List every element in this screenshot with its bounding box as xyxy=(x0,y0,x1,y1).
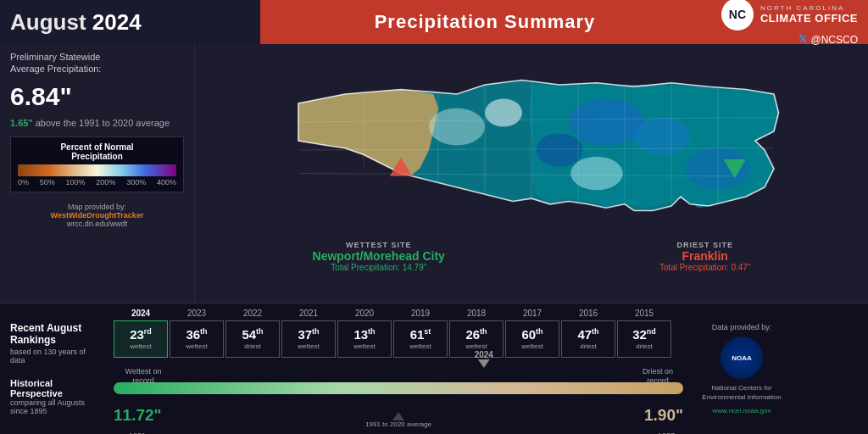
triangle-up-avg xyxy=(392,412,404,420)
wettest-val: 11.72" xyxy=(114,406,162,425)
rankings-title: Recent August Rankings xyxy=(10,322,100,346)
driest-end: Driest on record xyxy=(632,367,683,386)
rankings-subtitle: based on 130 years of data xyxy=(10,348,100,364)
rank-cell-2024: 23rdwettest xyxy=(114,320,168,358)
map-credit: Map provided by: WestWideDroughtTracker … xyxy=(10,203,184,228)
svg-point-0 xyxy=(569,99,643,146)
triangle-down-2024 xyxy=(478,359,490,368)
svg-point-5 xyxy=(485,99,522,127)
above-avg-text: 1.65" above the 1991 to 2020 average xyxy=(10,118,184,128)
nc-map xyxy=(198,47,865,234)
left-panel: Preliminary Statewide Average Precipitat… xyxy=(0,44,195,303)
year-header-row: 2024202320222021202020192018201720162015 xyxy=(114,309,683,318)
wettest-end: Wettest on record xyxy=(114,367,173,386)
svg-point-1 xyxy=(634,118,690,155)
above-label: above the 1991 to 2020 average xyxy=(36,118,170,128)
rank-cell-2019: 61stwettest xyxy=(393,320,448,358)
wettest-name: Newport/Morehead City xyxy=(313,249,445,263)
ncei-text: National Centers for Environmental Infor… xyxy=(702,384,781,402)
driest-site: DRIEST SITE Franklin Total Precipitation… xyxy=(659,241,751,272)
header: August 2024 Precipitation Summary NC NOR… xyxy=(0,0,868,44)
bottom-section: Recent August Rankings based on 130 year… xyxy=(0,303,868,434)
wettest-label: WETTEST SITE xyxy=(313,241,445,249)
svg-point-2 xyxy=(537,133,583,167)
wettest-site: WETTEST SITE Newport/Morehead City Total… xyxy=(313,241,445,272)
hist-track xyxy=(114,382,683,394)
year-cell-2022: 2022 xyxy=(225,309,280,318)
avg-precip-value: 6.84" xyxy=(10,82,184,111)
rank-cell-2020: 13thwettest xyxy=(337,320,392,358)
historical-bar-area: Wettest on record 11.72" 1901 2024 1991 … xyxy=(114,367,683,431)
svg-point-6 xyxy=(570,157,623,191)
rank-cell-2021: 37thwettest xyxy=(281,320,336,358)
historical-title: Historical Perspective xyxy=(10,378,100,398)
year-cell-2023: 2023 xyxy=(170,309,224,318)
nc-logo-icon: NC xyxy=(721,0,754,31)
year-cell-2017: 2017 xyxy=(505,309,559,318)
rank-cell-2017: 60thwettest xyxy=(505,320,559,358)
nc-map-svg xyxy=(198,47,865,234)
year-cell-2015: 2015 xyxy=(617,309,671,318)
year-cell-2018: 2018 xyxy=(449,309,504,318)
svg-point-4 xyxy=(429,108,485,146)
header-left: August 2024 xyxy=(10,9,281,36)
month-label: August xyxy=(10,9,86,35)
right-info: Data provided by: NOAA National Centers … xyxy=(687,303,797,434)
year-cell-2019: 2019 xyxy=(393,309,448,318)
wettest-precip: Total Precipitation: 14.79" xyxy=(313,263,445,272)
precip-summary-title: Precipitation Summary xyxy=(375,11,596,33)
ncei-url: www.ncei.noaa.gov xyxy=(713,407,771,415)
data-provided-label: Data provided by: xyxy=(712,323,772,331)
nc-logo-text-block: NORTH CAROLINA CLIMATE OFFICE xyxy=(760,4,858,25)
year-cell-2020: 2020 xyxy=(337,309,392,318)
hist-bar: Wettest on record 11.72" 1901 2024 1991 … xyxy=(114,367,683,409)
marker-avg: 1991 to 2020 average xyxy=(365,412,431,428)
rank-cell-2022: 54thdriest xyxy=(225,320,280,358)
wettest-on-record-label: Wettest on record xyxy=(114,367,173,386)
rank-cell-2023: 36thwettest xyxy=(170,320,224,358)
driest-name: Franklin xyxy=(659,249,751,263)
year-cell-2016: 2016 xyxy=(561,309,615,318)
driest-on-record-label: Driest on record xyxy=(632,367,683,386)
year-cell-2024: 2024 xyxy=(114,309,168,318)
legend-title: Percent of Normal Precipitation xyxy=(18,142,176,161)
nc-logo: NC NORTH CAROLINA CLIMATE OFFICE xyxy=(721,0,858,31)
header-center: Precipitation Summary xyxy=(281,11,688,33)
sites-info: WETTEST SITE Newport/Morehead City Total… xyxy=(198,237,865,275)
driest-precip: Total Precipitation: 0.47" xyxy=(659,263,751,272)
rank-cell-2016: 47thdriest xyxy=(561,320,615,358)
above-value: 1.65" xyxy=(10,118,33,128)
driest-val: 1.90" xyxy=(644,406,683,425)
map-area: WETTEST SITE Newport/Morehead City Total… xyxy=(195,44,868,303)
marker-2024: 2024 xyxy=(475,350,493,368)
header-title: August 2024 xyxy=(10,9,142,36)
driest-label: DRIEST SITE xyxy=(659,241,751,249)
map-url: wrcc.dri.edu/wwdt xyxy=(10,220,184,228)
noaa-logo: NOAA xyxy=(721,337,763,379)
main-content: Preliminary Statewide Average Precipitat… xyxy=(0,44,868,303)
year-cell-2021: 2021 xyxy=(281,309,336,318)
header-right: NC NORTH CAROLINA CLIMATE OFFICE 𝕏 @NCSC… xyxy=(688,0,858,46)
historical-subtitle: comparing all Augusts since 1895 xyxy=(10,398,100,415)
avg-precip-label: Preliminary Statewide Average Precipitat… xyxy=(10,51,184,75)
legend-box: Percent of Normal Precipitation 0% 50% 1… xyxy=(10,136,184,192)
rank-cell-2015: 32nddriest xyxy=(617,320,671,358)
year-label: 2024 xyxy=(92,9,142,35)
legend-labels: 0% 50% 100% 200% 300% 400% xyxy=(18,178,176,186)
rank-cells-row: 23rdwettest36thwettest54thdriest37thwett… xyxy=(114,320,683,358)
rankings-left: Recent August Rankings based on 130 year… xyxy=(0,303,110,434)
wwd-link: WestWideDroughtTracker xyxy=(10,211,184,220)
legend-gradient xyxy=(18,164,176,176)
rankings-table-area: 2024202320222021202020192018201720162015… xyxy=(110,303,687,434)
